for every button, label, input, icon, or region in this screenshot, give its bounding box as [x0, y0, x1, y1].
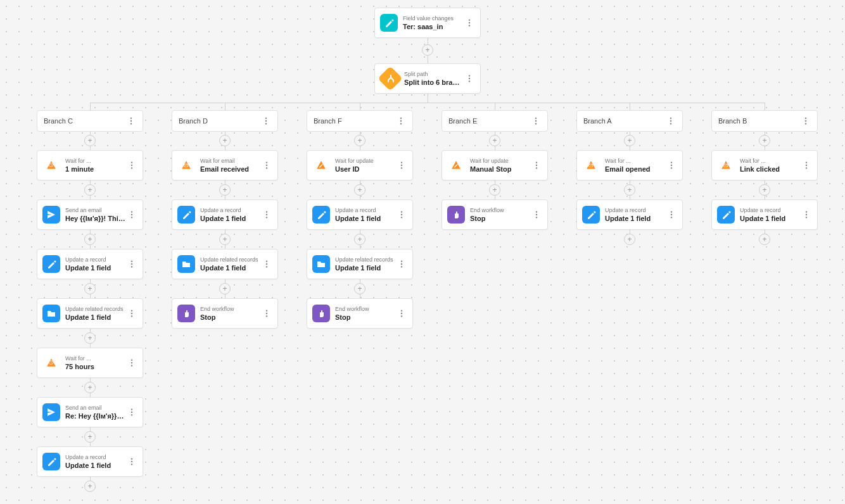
add-step-button[interactable]	[624, 135, 635, 146]
folder-icon	[312, 255, 330, 273]
node-title: Update 1 field	[200, 263, 261, 272]
update-related-node[interactable]: Update related records Update 1 field	[172, 249, 278, 279]
node-subtitle: Send an email	[65, 404, 126, 412]
node-menu-button[interactable]	[126, 406, 137, 418]
update-record-node[interactable]: Update a record Update 1 field	[37, 446, 143, 477]
node-menu-button[interactable]	[666, 209, 677, 220]
update-related-node[interactable]: Update related records Update 1 field	[307, 249, 413, 279]
split-node[interactable]: Split path Split into 6 branches	[374, 63, 481, 94]
node-menu-button[interactable]	[126, 357, 137, 369]
add-step-button[interactable]	[84, 332, 96, 344]
node-menu-button[interactable]	[126, 258, 137, 270]
update-record-node[interactable]: Update a record Update 1 field	[576, 199, 683, 230]
add-step-button[interactable]	[354, 234, 365, 245]
branch-menu-button[interactable]	[801, 116, 811, 126]
pencil-triangle-icon	[447, 156, 465, 174]
wait-node[interactable]: Wait for ... Link clicked	[711, 150, 818, 180]
add-step-button[interactable]	[219, 184, 231, 196]
folder-icon	[177, 255, 195, 273]
branch-header-d[interactable]: Branch D	[172, 110, 278, 132]
end-workflow-node[interactable]: End workflow Stop	[442, 199, 548, 230]
add-step-button[interactable]	[84, 283, 96, 294]
node-subtitle: End workflow	[335, 305, 396, 313]
add-step-button[interactable]	[219, 283, 231, 294]
node-subtitle: Wait for update	[470, 157, 531, 165]
add-step-button[interactable]	[759, 135, 770, 146]
add-step-button[interactable]	[759, 234, 770, 245]
node-menu-button[interactable]	[464, 73, 475, 84]
wait-node[interactable]: Wait for ... 1 minute	[37, 150, 143, 180]
node-title: Update 1 field	[605, 214, 666, 223]
update-record-node[interactable]: Update a record Update 1 field	[307, 199, 413, 230]
node-title: Update 1 field	[200, 214, 261, 223]
add-step-button[interactable]	[624, 234, 635, 245]
add-step-button[interactable]	[84, 382, 96, 393]
send-email-node[interactable]: Send an email Re: Hey {{Ім'я}}! This ...	[37, 397, 143, 427]
add-step-button[interactable]	[219, 234, 231, 245]
update-related-node[interactable]: Update related records Update 1 field	[37, 298, 143, 329]
wait-node[interactable]: Wait for update Manual Stop	[442, 150, 548, 180]
add-step-button[interactable]	[84, 135, 96, 146]
node-subtitle: Update related records	[200, 256, 261, 263]
envelope-triangle-icon	[177, 156, 195, 174]
end-workflow-node[interactable]: End workflow Stop	[307, 298, 413, 329]
node-menu-button[interactable]	[531, 209, 542, 220]
node-subtitle: Wait for update	[335, 157, 396, 165]
node-menu-button[interactable]	[261, 160, 272, 171]
trigger-node[interactable]: Field value changes Ter: saas_in	[374, 8, 481, 38]
add-step-button[interactable]	[354, 184, 365, 196]
end-workflow-node[interactable]: End workflow Stop	[172, 298, 278, 329]
branch-menu-button[interactable]	[126, 116, 136, 126]
send-email-node[interactable]: Send an email Hey {{Ім'я}}! This is t...	[37, 199, 143, 230]
node-menu-button[interactable]	[261, 209, 272, 220]
node-menu-button[interactable]	[126, 160, 137, 171]
branch-menu-button[interactable]	[531, 116, 541, 126]
node-menu-button[interactable]	[801, 160, 812, 171]
add-step-button[interactable]	[354, 135, 365, 146]
branch-header-c[interactable]: Branch C	[37, 110, 143, 132]
branch-header-b[interactable]: Branch B	[711, 110, 818, 132]
send-icon	[42, 206, 60, 224]
wait-node[interactable]: Wait for ... Email opened	[576, 150, 683, 180]
node-menu-button[interactable]	[396, 160, 407, 171]
branch-menu-button[interactable]	[666, 116, 676, 126]
node-menu-button[interactable]	[126, 308, 137, 319]
add-step-button[interactable]	[84, 431, 96, 443]
node-menu-button[interactable]	[396, 308, 407, 319]
wait-node[interactable]: Wait for email Email received	[172, 150, 278, 180]
add-step-button[interactable]	[489, 135, 500, 146]
update-record-node[interactable]: Update a record Update 1 field	[711, 199, 818, 230]
node-menu-button[interactable]	[396, 258, 407, 270]
node-menu-button[interactable]	[666, 160, 677, 171]
node-menu-button[interactable]	[464, 17, 475, 28]
add-step-button[interactable]	[489, 184, 500, 196]
node-menu-button[interactable]	[531, 160, 542, 171]
add-step-button[interactable]	[354, 283, 365, 294]
branch-header-f[interactable]: Branch F	[307, 110, 413, 132]
node-menu-button[interactable]	[261, 308, 272, 319]
branch-header-e[interactable]: Branch E	[442, 110, 548, 132]
branch-menu-button[interactable]	[261, 116, 271, 126]
add-step-button[interactable]	[219, 135, 231, 146]
wait-node[interactable]: Wait for update User ID	[307, 150, 413, 180]
add-step-button[interactable]	[84, 234, 96, 245]
node-menu-button[interactable]	[396, 209, 407, 220]
node-menu-button[interactable]	[801, 209, 812, 220]
node-menu-button[interactable]	[126, 456, 137, 467]
add-step-button[interactable]	[84, 481, 96, 492]
add-step-button[interactable]	[422, 44, 433, 56]
node-title: 1 minute	[65, 165, 126, 173]
stop-icon	[312, 305, 330, 322]
branch-label: Branch B	[718, 117, 747, 125]
update-record-node[interactable]: Update a record Update 1 field	[172, 199, 278, 230]
add-step-button[interactable]	[759, 184, 770, 196]
node-menu-button[interactable]	[126, 209, 137, 220]
add-step-button[interactable]	[624, 184, 635, 196]
branch-header-a[interactable]: Branch A	[576, 110, 683, 132]
add-step-button[interactable]	[84, 184, 96, 196]
node-menu-button[interactable]	[261, 258, 272, 270]
update-record-node[interactable]: Update a record Update 1 field	[37, 249, 143, 279]
node-subtitle: Send an email	[65, 206, 126, 214]
branch-menu-button[interactable]	[396, 116, 406, 126]
wait-node[interactable]: Wait for ... 75 hours	[37, 348, 143, 378]
